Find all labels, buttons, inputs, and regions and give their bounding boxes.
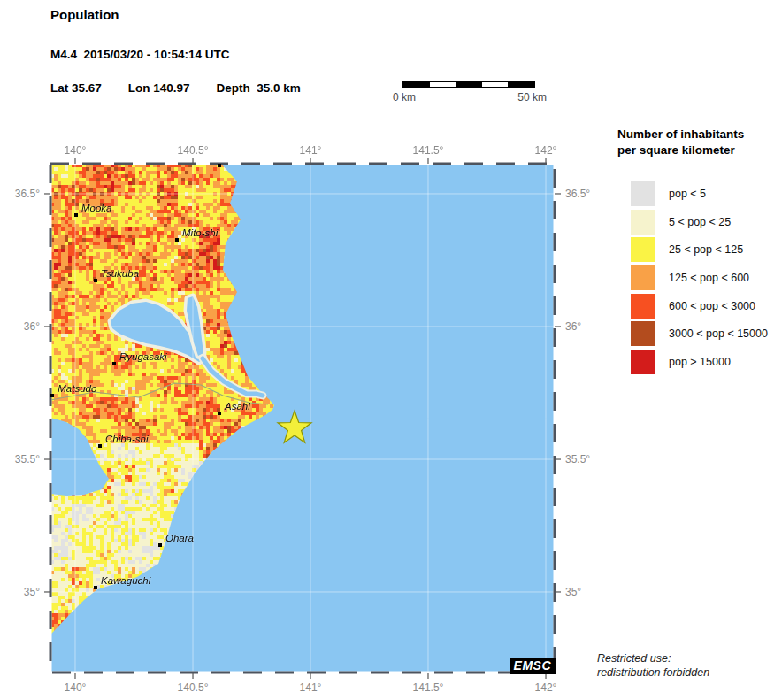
legend-swatch <box>631 210 656 235</box>
axis-label-top: 140° <box>65 144 87 157</box>
city-marker <box>158 543 162 547</box>
legend-label: 125 < pop < 600 <box>669 272 749 284</box>
axis-label-left: 35° <box>24 586 40 598</box>
axis-label-bottom: 141.5° <box>413 681 444 694</box>
legend-swatch <box>631 321 656 346</box>
axis-label-top: 140.5° <box>178 144 209 157</box>
restricted-line1: Restricted use: <box>597 651 709 665</box>
city-marker <box>175 238 179 242</box>
population-raster-canvas <box>50 164 555 673</box>
scale-bar-labels: 0 km 50 km <box>393 91 547 104</box>
legend-swatch <box>631 294 656 319</box>
city-label: Mooka <box>81 203 112 213</box>
city-label: Matsudo <box>58 383 96 394</box>
legend-label: 600 < pop < 3000 <box>669 300 755 312</box>
legend-title: Number of inhabitants per square kilomet… <box>617 127 778 158</box>
legend-item: pop < 5 <box>617 180 778 208</box>
emsc-population-map-page: Population M4.4 2015/03/20 - 10:54:14 UT… <box>0 0 782 700</box>
scale-bar <box>402 81 535 88</box>
scale-bar-segment <box>509 82 534 87</box>
city-label: Asahi <box>225 401 250 412</box>
scale-bar-segment <box>429 82 456 87</box>
city-marker <box>218 412 221 415</box>
legend-item: 5 < pop < 25 <box>617 208 778 236</box>
legend-swatch <box>631 265 656 290</box>
city-marker <box>74 213 78 217</box>
legend-label: pop > 15000 <box>669 356 731 368</box>
scale-bar-max-label: 50 km <box>518 91 547 104</box>
scale-bar-segment <box>481 82 509 87</box>
city-marker <box>112 362 116 365</box>
axis-label-left: 36.5° <box>15 188 40 200</box>
scale-bar-zero-label: 0 km <box>393 91 416 104</box>
legend-title-line1: Number of inhabitants <box>617 127 778 142</box>
legend-label: 25 < pop < 125 <box>669 243 743 256</box>
axis-label-bottom: 140.5° <box>178 681 209 694</box>
axis-label-top: 141° <box>300 144 322 157</box>
population-map: EMSC 140°140°140.5°140.5°141°141°141.5°1… <box>50 164 555 673</box>
legend-items: pop < 55 < pop < 2525 < pop < 125125 < p… <box>617 180 778 375</box>
city-label: Ryugasaki <box>119 351 167 362</box>
city-label: Tsukuba <box>101 268 139 279</box>
legend-label: 3000 < pop < 15000 <box>669 327 768 340</box>
axis-label-right: 36.5° <box>565 188 590 200</box>
legend-item: pop > 15000 <box>617 348 778 376</box>
axis-label-top: 142° <box>535 144 557 157</box>
event-magnitude-time: M4.4 2015/03/20 - 10:54:14 UTC <box>50 48 230 61</box>
axis-label-left: 35.5° <box>15 453 40 465</box>
axis-label-top: 141.5° <box>413 144 444 157</box>
emsc-badge: EMSC <box>510 658 556 674</box>
axis-label-right: 35.5° <box>565 453 590 465</box>
city-marker <box>50 394 54 397</box>
legend-label: 5 < pop < 25 <box>669 216 731 228</box>
legend-label: pop < 5 <box>669 188 706 200</box>
page-title: Population <box>50 7 119 22</box>
legend-title-line2: per square kilometer <box>617 142 778 158</box>
legend-swatch <box>631 181 656 206</box>
axis-label-bottom: 140° <box>65 681 87 694</box>
city-marker <box>94 586 97 589</box>
city-label: Kawaguchi <box>101 575 150 586</box>
city-label: Ohara <box>165 533 194 543</box>
event-depth: Depth 35.0 km <box>217 81 301 95</box>
axis-label-bottom: 141° <box>300 681 322 694</box>
legend-swatch <box>631 237 656 262</box>
axis-label-left: 36° <box>24 320 40 333</box>
scale-bar-segment <box>403 82 429 87</box>
restricted-use-note: Restricted use: redistribution forbidden <box>597 651 709 681</box>
city-label: Chiba-shi <box>105 434 149 444</box>
city-label: Mito-shi <box>182 227 218 238</box>
legend: Number of inhabitants per square kilomet… <box>617 127 778 376</box>
scale-bar-segment <box>456 82 482 87</box>
event-coordinates: Lat 35.67 Lon 140.97 Depth 35.0 km <box>50 81 301 95</box>
legend-item: 25 < pop < 125 <box>617 236 778 265</box>
restricted-line2: redistribution forbidden <box>597 665 709 680</box>
city-marker <box>98 444 102 448</box>
event-longitude: Lon 140.97 <box>128 81 190 95</box>
legend-item: 600 < pop < 3000 <box>617 292 778 320</box>
legend-item: 125 < pop < 600 <box>617 264 778 292</box>
legend-item: 3000 < pop < 15000 <box>617 319 778 348</box>
legend-swatch <box>631 350 656 374</box>
axis-label-bottom: 142° <box>535 681 557 694</box>
axis-label-right: 35° <box>565 586 581 598</box>
city-marker <box>94 279 97 282</box>
city-marker <box>218 164 221 167</box>
axis-label-right: 36° <box>565 320 581 333</box>
event-latitude: Lat 35.67 <box>50 81 102 95</box>
